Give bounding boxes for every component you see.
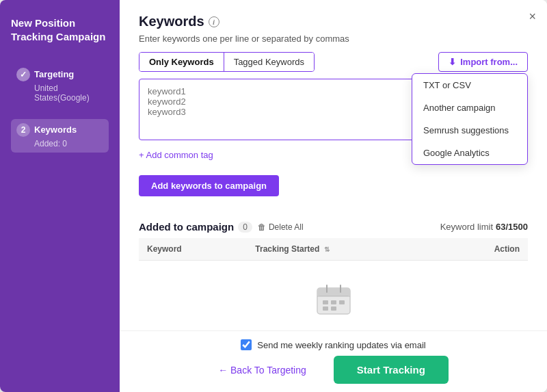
info-icon[interactable]: i [209, 16, 219, 27]
col-action: Action [439, 238, 528, 261]
dropdown-item-another-campaign[interactable]: Another campaign [412, 96, 527, 119]
import-dropdown-wrapper: ⬇ Import from... TXT or CSV Another camp… [438, 52, 528, 72]
delete-all-button[interactable]: 🗑 Delete All [258, 222, 304, 232]
add-common-tag-link[interactable]: + Add common tag [139, 150, 213, 160]
back-to-targeting-link[interactable]: ← Back To Targeting [218, 365, 306, 376]
import-button[interactable]: ⬇ Import from... [438, 52, 528, 72]
keyword-limit: Keyword limit 63/1500 [440, 222, 528, 232]
svg-rect-3 [323, 300, 328, 304]
import-button-label: Import from... [460, 57, 518, 67]
email-label: Send me weekly ranking updates via email [257, 340, 425, 350]
campaign-section-title: Added to campaign 0 [139, 221, 252, 233]
download-icon: ⬇ [449, 57, 456, 67]
empty-state [139, 269, 528, 329]
keyword-limit-value: 63/1500 [496, 222, 528, 232]
dropdown-item-google-analytics[interactable]: Google Analytics [412, 142, 527, 164]
step-header-keywords: 2 Keywords [16, 123, 103, 137]
subtitle: Enter keywords one per line or separated… [139, 34, 528, 44]
add-keywords-button[interactable]: Add keywords to campaign [139, 175, 279, 196]
campaign-count-badge: 0 [238, 222, 252, 233]
delete-all-label: Delete All [269, 222, 304, 232]
modal: New Position Tracking Campaign ✓ Targeti… [0, 0, 547, 392]
main-panel: × Keywords i Enter keywords one per line… [120, 0, 547, 392]
campaign-header: Added to campaign 0 🗑 Delete All Keyword… [139, 221, 528, 233]
sidebar-step-keywords: 2 Keywords Added: 0 [11, 119, 109, 153]
col-keyword: Keyword [139, 238, 247, 261]
section-title: Keywords i [139, 14, 528, 29]
keywords-table: Keyword Tracking Started ⇅ Action [139, 238, 528, 261]
sidebar-title: New Position Tracking Campaign [11, 16, 109, 44]
close-button[interactable]: × [529, 10, 536, 24]
keyword-limit-label: Keyword limit [440, 222, 493, 232]
step-sub-keywords: Added: 0 [16, 139, 103, 148]
tab-only-keywords[interactable]: Only Keywords [139, 53, 224, 71]
tabs-row: Only Keywords Tagged Keywords ⬇ Import f… [139, 52, 528, 72]
section-title-text: Keywords [139, 14, 204, 29]
svg-rect-1 [317, 288, 350, 296]
keyword-tabs: Only Keywords Tagged Keywords [139, 52, 315, 72]
empty-calendar-icon [313, 281, 354, 322]
main-content: Keywords i Enter keywords one per line o… [120, 0, 547, 330]
dropdown-item-txt-csv[interactable]: TXT or CSV [412, 74, 527, 96]
svg-rect-4 [331, 300, 336, 304]
footer-actions: ← Back To Targeting Start Tracking [139, 356, 528, 384]
email-checkbox[interactable] [241, 339, 252, 350]
footer: Send me weekly ranking updates via email… [120, 330, 547, 392]
step-header-targeting: ✓ Targeting [16, 68, 103, 81]
start-tracking-button[interactable]: Start Tracking [334, 356, 449, 384]
email-row: Send me weekly ranking updates via email [139, 339, 528, 350]
step-label-targeting: Targeting [34, 69, 74, 79]
step-sub-targeting: United States(Google) [16, 83, 103, 103]
step-num-keywords: 2 [16, 123, 30, 137]
import-dropdown-menu: TXT or CSV Another campaign Semrush sugg… [412, 73, 528, 165]
sidebar-step-targeting: ✓ Targeting United States(Google) [11, 64, 109, 107]
sidebar: New Position Tracking Campaign ✓ Targeti… [0, 0, 120, 392]
sort-icon[interactable]: ⇅ [324, 246, 330, 253]
svg-rect-6 [323, 306, 328, 311]
step-label-keywords: Keywords [34, 125, 77, 135]
dropdown-item-semrush[interactable]: Semrush suggestions [412, 119, 527, 142]
col-tracking-started: Tracking Started ⇅ [247, 238, 439, 261]
trash-icon: 🗑 [258, 222, 266, 232]
step-check-targeting: ✓ [16, 68, 30, 81]
tab-tagged-keywords[interactable]: Tagged Keywords [224, 53, 314, 71]
svg-rect-5 [339, 300, 345, 304]
svg-rect-7 [331, 306, 336, 311]
